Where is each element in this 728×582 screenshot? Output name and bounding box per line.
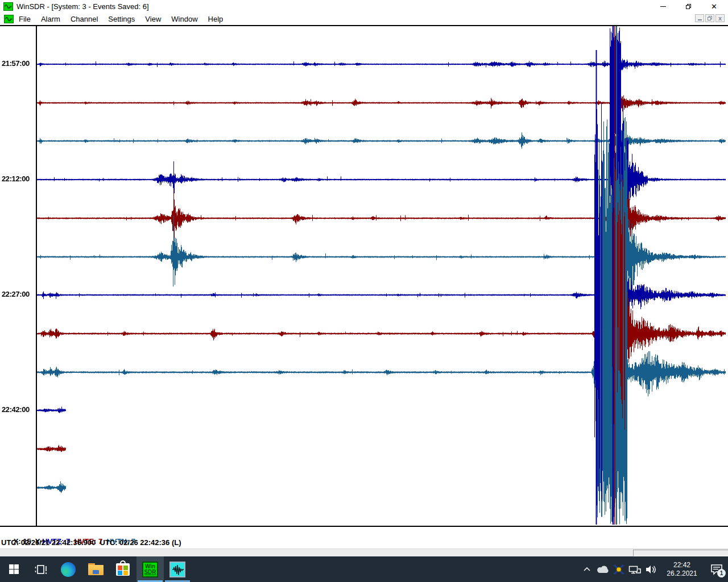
- title-bar: WinSDR - [System: 3 - Events Saved: 6] ✕: [0, 0, 728, 13]
- tray-app-icon[interactable]: [612, 556, 626, 582]
- time-label-4: 22:42:00: [2, 405, 36, 414]
- menu-channel[interactable]: Channel: [65, 14, 103, 24]
- microsoft-store-icon: [116, 563, 130, 576]
- winsdr-taskbar-icon: WinSDR: [142, 562, 158, 577]
- file-explorer-icon: [88, 563, 104, 575]
- menu-alarm[interactable]: Alarm: [36, 14, 65, 24]
- menu-bar: File Alarm Channel Settings View Window …: [0, 13, 728, 25]
- menu-file[interactable]: File: [14, 14, 36, 24]
- start-button[interactable]: [0, 556, 27, 582]
- winsdr-app: WinSDR - [System: 3 - Events Saved: 6] ✕…: [0, 0, 728, 582]
- file-explorer-button[interactable]: [82, 556, 109, 582]
- mdi-child-icon[interactable]: [4, 15, 14, 23]
- winsdr-app-icon: [3, 2, 13, 11]
- status-bar: X: 15 Y-HVTZ: 7 HVTE: 7 HVTN: 7 UTC: 02/…: [0, 527, 728, 548]
- time-label-1: 21:57:00: [2, 59, 36, 68]
- edge-button[interactable]: [55, 556, 82, 582]
- menu-view[interactable]: View: [140, 14, 166, 24]
- mdi-window-controls: x: [695, 14, 725, 22]
- time-label-2: 22:12:00: [2, 174, 36, 183]
- onedrive-icon[interactable]: [596, 556, 610, 582]
- minimize-button[interactable]: [650, 0, 676, 13]
- menu-help[interactable]: Help: [203, 14, 229, 24]
- close-button[interactable]: ✕: [701, 0, 727, 13]
- task-view-icon: [34, 563, 48, 576]
- task-view-button[interactable]: [27, 556, 55, 582]
- taskbar-clock[interactable]: 22:42 26.2.2021: [662, 561, 702, 578]
- menu-window[interactable]: Window: [166, 14, 202, 24]
- volume-icon[interactable]: [644, 556, 657, 582]
- status-strip: [0, 548, 728, 556]
- clock-time: 22:42: [662, 561, 702, 569]
- seismogram-plot[interactable]: 21:57:00 22:12:00 22:27:00 22:42:00: [0, 26, 728, 526]
- notification-badge: 1: [717, 569, 726, 577]
- mdi-close-button[interactable]: x: [715, 14, 725, 22]
- mdi-restore-button[interactable]: [705, 14, 714, 22]
- winquake-taskbar-button[interactable]: [164, 556, 191, 582]
- time-label-3: 22:27:00: [2, 290, 36, 298]
- window-title: WinSDR - [System: 3 - Events Saved: 6]: [16, 2, 149, 11]
- menu-settings[interactable]: Settings: [103, 14, 140, 24]
- winquake-taskbar-icon: [169, 562, 185, 577]
- window-controls: ✕: [650, 0, 727, 13]
- seismogram-canvas[interactable]: [0, 26, 728, 526]
- windows-logo-icon: [9, 564, 19, 574]
- edge-icon: [61, 562, 76, 577]
- mdi-minimize-button[interactable]: [695, 14, 704, 22]
- status-grip-panel: [633, 550, 728, 556]
- system-tray: 22:42 26.2.2021 1: [579, 556, 728, 582]
- action-center-button[interactable]: 1: [705, 556, 728, 582]
- taskbar: WinSDR: [0, 556, 728, 582]
- clock-date: 26.2.2021: [662, 569, 702, 578]
- restore-button[interactable]: [676, 0, 701, 13]
- winsdr-taskbar-button[interactable]: WinSDR: [136, 556, 164, 582]
- utc-time-status: UTC: 02/26/21 22:42:36.900 UTC: 02/26 22…: [1, 538, 181, 547]
- tray-chevron-icon[interactable]: [580, 556, 594, 582]
- time-axis-line: [36, 26, 37, 526]
- microsoft-store-button[interactable]: [109, 556, 136, 582]
- network-icon[interactable]: [628, 556, 642, 582]
